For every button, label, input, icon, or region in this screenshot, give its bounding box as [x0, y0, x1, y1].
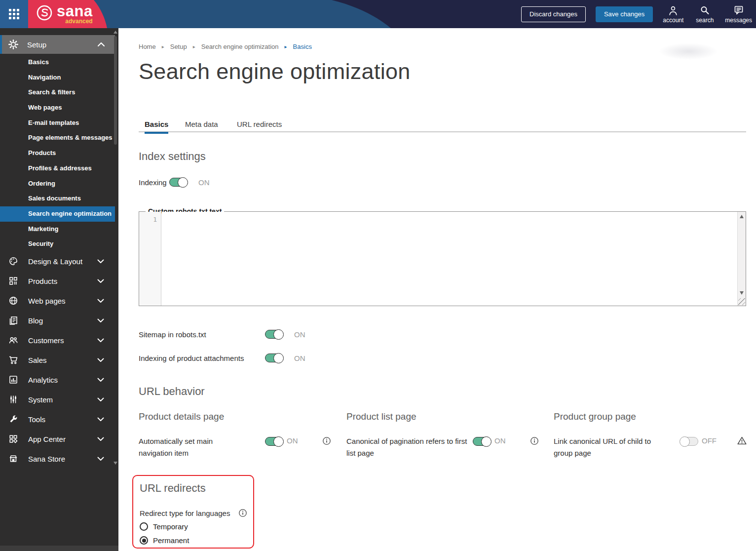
attachments-toggle[interactable] [265, 354, 283, 362]
messages-button[interactable]: messages [725, 5, 752, 24]
chevron-down-icon [97, 437, 104, 441]
sidebar-item-ordering[interactable]: Ordering [0, 176, 115, 192]
sitemap-toggle[interactable] [265, 330, 283, 339]
sidebar-item-security[interactable]: Security [0, 236, 115, 252]
sidebar-section-app-center[interactable]: App Center [0, 429, 115, 449]
gear-icon [8, 39, 19, 50]
column-heading: Product list page [346, 411, 554, 422]
sidebar-scrollbar-down-icon[interactable] [113, 462, 117, 465]
chevron-down-icon [97, 259, 104, 264]
sidebar-item-basics[interactable]: Basics [0, 55, 115, 70]
sidebar-item-page-elements[interactable]: Page elements & messages [0, 130, 115, 146]
search-button[interactable]: search [693, 5, 716, 24]
auto-main-nav-toggle[interactable] [265, 437, 283, 446]
sidebar-section-setup[interactable]: Setup [0, 35, 115, 54]
warning-icon[interactable] [737, 436, 747, 445]
sidebar-section-analytics[interactable]: Analytics [0, 370, 115, 390]
info-icon[interactable] [238, 509, 247, 517]
page-title: Search engine optimization [139, 59, 411, 84]
sidebar-section-design-layout[interactable]: Design & Layout [0, 251, 115, 271]
chevron-down-icon [97, 457, 104, 461]
discard-changes-button[interactable]: Discard changes [521, 6, 586, 22]
line-number-gutter: 1 [139, 212, 161, 306]
sidebar-item-products[interactable]: Products [0, 146, 115, 161]
sidebar-scrollbar-thumb[interactable] [114, 36, 117, 145]
breadcrumb-separator-icon: ▸ [162, 44, 164, 49]
sidebar-section-sana-store[interactable]: Sana Store [0, 449, 115, 469]
brand-name: sana [57, 2, 93, 20]
setting-label: Canonical of pagination refers to first … [346, 435, 467, 459]
account-button[interactable]: account [662, 5, 684, 24]
radio-temporary[interactable]: Temporary [140, 522, 188, 531]
sidebar-section-label: Blog [28, 316, 43, 325]
sidebar-item-search-engine-optimization[interactable]: Search engine optimization [0, 206, 115, 222]
resize-grip-icon[interactable] [738, 298, 745, 305]
url-redirects-heading: URL redirects [140, 482, 206, 495]
sidebar-item-email-templates[interactable]: E-mail templates [0, 116, 115, 131]
breadcrumb-separator-icon: ▸ [193, 44, 195, 49]
sidebar-item-marketing[interactable]: Marketing [0, 222, 115, 237]
chevron-down-icon [97, 299, 104, 303]
sidebar-section-system[interactable]: System [0, 390, 115, 409]
top-bar: sana advanced Discard changes Save chang… [0, 0, 756, 28]
toggle-knob [273, 329, 284, 340]
tab-bar-divider [139, 131, 746, 132]
app-launcher-button[interactable] [0, 0, 28, 28]
scrollbar-up-icon[interactable] [740, 215, 744, 218]
radio-permanent[interactable]: Permanent [140, 536, 189, 545]
sidebar-section-products[interactable]: Products [0, 271, 115, 291]
blog-icon [8, 315, 18, 325]
info-icon[interactable] [322, 436, 331, 445]
product-group-column: Product group page Link canonical URL of… [554, 411, 756, 460]
sidebar: Setup Basics Navigation Search & filters… [0, 28, 118, 551]
sidebar-section-label: Web pages [28, 297, 66, 305]
sidebar-item-navigation[interactable]: Navigation [0, 70, 115, 85]
setting-label: Automatically set main navigation item [139, 435, 230, 459]
toggle-knob [680, 436, 690, 447]
sidebar-item-profiles-addresses[interactable]: Profiles & addresses [0, 161, 115, 176]
breadcrumb-home[interactable]: Home [139, 43, 156, 50]
sliders-icon [8, 394, 18, 404]
tab-basics[interactable]: Basics [145, 120, 168, 134]
save-changes-button[interactable]: Save changes [596, 6, 653, 22]
radio-label: Temporary [153, 522, 188, 531]
editor-scrollbar[interactable] [737, 212, 746, 306]
indexing-toggle[interactable] [169, 178, 188, 187]
breadcrumb-setup[interactable]: Setup [170, 43, 187, 50]
index-settings-heading: Index settings [139, 150, 206, 163]
breadcrumb-basics[interactable]: Basics [293, 43, 312, 50]
cart-icon [8, 355, 18, 365]
toggle-hover-shadow [659, 43, 718, 60]
tab-meta-data[interactable]: Meta data [185, 120, 218, 132]
app-grid-icon [9, 9, 19, 19]
sidebar-section-label: App Center [28, 435, 66, 443]
sidebar-section-blog[interactable]: Blog [0, 311, 115, 330]
sitemap-setting-row: Sitemap in robots.txt ON [139, 330, 305, 339]
info-icon[interactable] [530, 436, 539, 445]
breadcrumb-seo[interactable]: Search engine optimization [201, 43, 279, 50]
chevron-down-icon [97, 338, 104, 343]
indexing-setting-row: Indexing ON [139, 178, 210, 187]
robots-txt-editor[interactable] [162, 212, 737, 306]
sidebar-section-customers[interactable]: Customers [0, 330, 115, 350]
sidebar-horizontal-scrollbar[interactable] [0, 546, 118, 551]
sidebar-section-web-pages[interactable]: Web pages [0, 291, 115, 311]
link-canonical-toggle[interactable] [680, 437, 698, 446]
scrollbar-down-icon[interactable] [740, 291, 744, 295]
tab-bar: Basics Meta data URL redirects [139, 120, 746, 132]
setting-state: ON [287, 436, 298, 445]
app-center-icon [8, 434, 18, 444]
search-label: search [696, 17, 714, 24]
sidebar-item-web-pages[interactable]: Web pages [0, 100, 115, 116]
toggle-knob [273, 436, 284, 447]
product-grid-icon [8, 276, 18, 286]
analytics-icon [8, 375, 18, 385]
sidebar-section-sales[interactable]: Sales [0, 350, 115, 370]
sidebar-item-search-filters[interactable]: Search & filters [0, 85, 115, 100]
tab-url-redirects[interactable]: URL redirects [237, 120, 282, 132]
sidebar-section-tools[interactable]: Tools [0, 409, 115, 429]
sidebar-item-sales-documents[interactable]: Sales documents [0, 191, 115, 206]
canonical-pagination-toggle[interactable] [473, 437, 491, 446]
product-details-column: Product details page Automatically set m… [139, 411, 346, 460]
sidebar-scrollbar-up-icon[interactable] [113, 31, 117, 34]
